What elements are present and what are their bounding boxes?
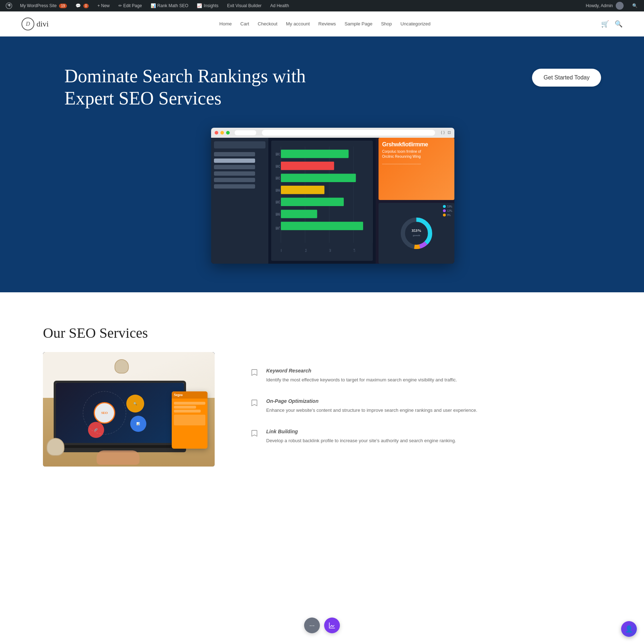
logo-letter: D: [26, 21, 30, 27]
admin-bar-new[interactable]: + New: [94, 0, 113, 11]
donut-chart-card: 353% growth 53% 12%: [379, 203, 454, 264]
sidebar-mock-6: [214, 184, 255, 189]
svg-rect-11: [281, 210, 317, 218]
admin-bar-edit-page[interactable]: ✏ Edit Page: [115, 0, 146, 11]
tablet-mockup: Segeo: [172, 391, 208, 449]
admin-badge-19: 19: [59, 4, 67, 8]
tablet-chart: [174, 415, 205, 425]
nav-checkout[interactable]: Checkout: [258, 21, 277, 26]
hand: [97, 450, 140, 465]
hero-title: Dominate Search Rankings with Expert SEO…: [64, 65, 315, 110]
admin-bar-insights-label: Insights: [204, 3, 218, 8]
service-text-2: On-Page Optimization Enhance your websit…: [266, 398, 477, 414]
services-section: Our SEO Services SEO 🔍 📊: [0, 292, 644, 499]
admin-bar-exit-builder[interactable]: Exit Visual Builder: [224, 0, 265, 11]
legend-label-1: 53%: [447, 205, 452, 208]
service-desc-1: Identify the most effective keywords to …: [266, 376, 457, 384]
admin-avatar: [616, 2, 624, 10]
coffee-cup-left: [47, 438, 64, 456]
services-title: Our SEO Services: [43, 325, 222, 341]
right-panel: Grshwkfiotlirmme Corpoluc toom frmline o…: [376, 138, 454, 264]
service-desc-3: Develop a robust backlink profile to inc…: [266, 437, 456, 445]
admin-howdy-text: Howdy, Admin: [586, 3, 613, 8]
service-name-2: On-Page Optimization: [266, 398, 477, 404]
sidebar-mock-2: [214, 158, 255, 163]
legend-dot-1: [443, 205, 446, 208]
browser-tab: [235, 130, 256, 135]
svg-rect-10: [281, 197, 344, 206]
get-started-button[interactable]: Get Started Today: [532, 69, 601, 87]
tablet-header: Segeo: [172, 391, 208, 399]
svg-text:growth: growth: [413, 234, 420, 237]
sidebar-mock-3: [214, 165, 255, 169]
admin-bar-badge0[interactable]: 💬 0: [72, 0, 93, 11]
bar-chart-svg: KW1 KW2 KW3 KW4 KW5 KW6 KW7 0 25 50 75: [271, 141, 373, 261]
wp-logo[interactable]: [3, 0, 15, 11]
tablet-content: [172, 399, 208, 430]
nav-links: Home Cart Checkout My account Reviews Sa…: [219, 21, 430, 26]
admin-bar-site[interactable]: My WordPress Site 19: [16, 0, 70, 11]
laptop-screen: SEO 🔍 📊 🔗: [56, 383, 184, 443]
logo-text: divi: [36, 19, 49, 29]
chart-icon: [328, 622, 336, 629]
bottom-avatar[interactable]: 👤: [621, 621, 637, 637]
browser-dot-red: [215, 131, 218, 135]
svg-text:KW2: KW2: [276, 164, 280, 169]
floating-chart-button[interactable]: [324, 618, 340, 633]
svg-rect-7: [281, 162, 334, 170]
hero-content: Dominate Search Rankings with Expert SEO…: [64, 65, 601, 110]
nav-cart-icon[interactable]: 🛒: [601, 20, 609, 28]
seo-screen-bg: SEO 🔍 📊 🔗: [56, 383, 184, 443]
floating-dots-button[interactable]: ···: [304, 618, 320, 633]
admin-bar-search[interactable]: 🔍: [629, 0, 641, 11]
donut-chart-svg: 353% growth: [399, 215, 434, 251]
admin-bar-howdy[interactable]: Howdy, Admin: [582, 0, 627, 11]
nav-uncategorized[interactable]: Uncategorized: [400, 21, 430, 26]
admin-bar-insights[interactable]: 📈 Insights: [193, 0, 222, 11]
coffee-cup-top: [114, 359, 129, 374]
nav-search-icon[interactable]: 🔍: [615, 20, 623, 28]
admin-bar-exit-label: Exit Visual Builder: [227, 3, 262, 8]
chart-area: KW1 KW2 KW3 KW4 KW5 KW6 KW7 0 25 50 75: [271, 141, 373, 261]
legend-label-3: 9%: [447, 214, 451, 217]
svg-text:KW3: KW3: [276, 175, 280, 180]
nav-icons: 🛒 🔍: [601, 20, 623, 28]
orange-card: Grshwkfiotlirmme Corpoluc toom frmline o…: [379, 138, 454, 200]
admin-bar-rank-math[interactable]: 📊 Rank Math SEO: [147, 0, 192, 11]
browser-controls: ⟨ ⟩ ⊡: [441, 130, 451, 135]
nav-reviews[interactable]: Reviews: [318, 21, 336, 26]
bookmark-icon-2: [250, 399, 259, 408]
site-logo[interactable]: D divi: [21, 18, 49, 30]
dashboard-content: KW1 KW2 KW3 KW4 KW5 KW6 KW7 0 25 50 75: [211, 138, 454, 264]
svg-text:50: 50: [329, 248, 331, 253]
nav-my-account[interactable]: My account: [286, 21, 309, 26]
legend-item-3: 9%: [443, 214, 452, 217]
nav-cart[interactable]: Cart: [240, 21, 249, 26]
services-image: SEO 🔍 📊 🔗: [43, 352, 215, 467]
svg-rect-9: [281, 186, 325, 194]
admin-bar: My WordPress Site 19 💬 0 + New ✏ Edit Pa…: [0, 0, 644, 11]
svg-rect-6: [281, 150, 348, 158]
nav-sample-page[interactable]: Sample Page: [345, 21, 372, 26]
seo-center-circle: SEO: [94, 402, 115, 424]
nav-home[interactable]: Home: [219, 21, 232, 26]
admin-bar-new-label: + New: [97, 3, 109, 8]
svg-text:0: 0: [281, 248, 282, 253]
browser-dot-yellow: [220, 131, 224, 135]
service-name-3: Link Building: [266, 429, 456, 434]
sidebar-mock-4: [214, 171, 255, 176]
services-right: Keyword Research Identify the most effec…: [250, 325, 601, 467]
legend-item-2: 12%: [443, 209, 452, 213]
laptop-body: SEO 🔍 📊 🔗: [54, 381, 186, 452]
admin-bar-rank-label: Rank Math SEO: [157, 3, 189, 8]
avatar-emoji: 👤: [625, 625, 633, 633]
nav-shop[interactable]: Shop: [381, 21, 392, 26]
legend-item-1: 53%: [443, 205, 452, 208]
svg-text:KW6: KW6: [276, 211, 280, 216]
browser-url-bar: [262, 130, 435, 136]
legend-dot-3: [443, 214, 446, 216]
admin-search-icon: 🔍: [632, 3, 638, 8]
laptop-lid: SEO 🔍 📊 🔗: [54, 381, 186, 445]
service-item-link-building: Link Building Develop a robust backlink …: [250, 429, 601, 445]
admin-bar-ad-health[interactable]: Ad Health: [267, 0, 293, 11]
